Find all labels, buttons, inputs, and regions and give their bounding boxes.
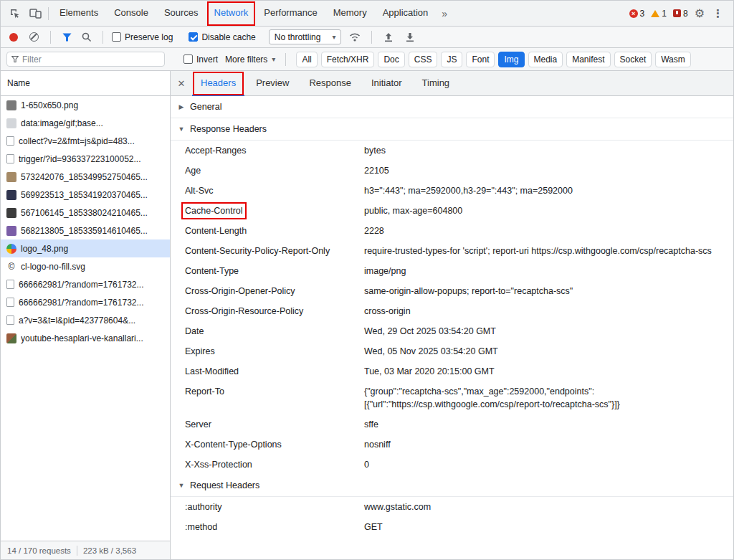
filter-right: Invert More filters ▾ AllFetch/XHRDocCSS…	[171, 52, 691, 67]
error-badge[interactable]: × 3	[629, 9, 645, 19]
response-header-row: Report-To{"group":"recaptcha-scs","max_a…	[171, 381, 733, 414]
request-name: cl-logo-no-fill.svg	[21, 262, 85, 272]
network-conditions-button[interactable]	[347, 27, 363, 47]
request-row[interactable]: ©cl-logo-no-fill.svg	[1, 257, 170, 275]
logo-image-icon	[6, 244, 16, 254]
network-content: Name 1-650x650.pngdata:image/gif;base...…	[1, 71, 733, 559]
main-tab-console[interactable]: Console	[106, 1, 156, 27]
header-value: Wed, 29 Oct 2025 03:54:20 GMT	[364, 325, 733, 338]
response-header-row: Cache-Controlpublic, max-age=604800	[171, 201, 733, 221]
request-name: a?v=3&t=l&pid=423778604&...	[19, 315, 135, 326]
header-name: :authority	[171, 500, 364, 513]
header-value: www.gstatic.com	[364, 500, 733, 513]
settings-gear-icon[interactable]: ⚙	[695, 8, 705, 19]
request-name: 1-650x650.png	[21, 100, 78, 110]
main-tab-application[interactable]: Application	[375, 1, 437, 27]
main-tab-memory[interactable]: Memory	[325, 1, 375, 27]
header-name-text: Cache-Control	[185, 206, 243, 216]
disable-cache-checkbox[interactable]: Disable cache	[189, 32, 255, 42]
request-row[interactable]: trigger/?id=936337223100052...	[1, 150, 170, 168]
header-name-text: Date	[185, 326, 204, 336]
filter-chip-all[interactable]: All	[296, 52, 317, 67]
header-name-text: Accept-Ranges	[185, 146, 246, 156]
response-header-row: Content-Security-Policy-Report-Onlyrequi…	[171, 241, 733, 261]
filter-chip-css[interactable]: CSS	[409, 52, 438, 67]
header-name: Expires	[171, 345, 364, 358]
toggle-device-toolbar-button[interactable]	[25, 4, 45, 24]
detail-tab-headers[interactable]: Headers	[192, 71, 244, 96]
filter-chip-wasm[interactable]: Wasm	[655, 52, 691, 67]
detail-tab-timing[interactable]: Timing	[414, 71, 459, 96]
request-row[interactable]: 568213805_185335914610465...	[1, 222, 170, 239]
request-row[interactable]: 666662981/?random=1761732...	[1, 275, 170, 293]
record-network-log-button[interactable]	[9, 33, 18, 42]
disable-cache-label: Disable cache	[201, 32, 255, 42]
request-row[interactable]: collect?v=2&fmt=js&pid=483...	[1, 132, 170, 150]
preserve-log-checkbox[interactable]: Preserve log	[112, 32, 173, 42]
request-row[interactable]: logo_48.png	[1, 239, 170, 257]
more-tabs-button[interactable]: »	[436, 8, 453, 19]
filter-chip-js[interactable]: JS	[441, 52, 462, 67]
more-filters-label: More filters	[225, 54, 267, 65]
export-har-button[interactable]	[402, 27, 418, 47]
header-name: Report-To	[171, 385, 364, 411]
throttling-select[interactable]: No throttling ▾	[269, 29, 342, 44]
request-row[interactable]: 666662981/?random=1761732...	[1, 293, 170, 311]
kebab-menu-icon[interactable]: ⋮	[711, 7, 725, 20]
filter-input[interactable]	[6, 52, 165, 67]
request-name: trigger/?id=936337223100052...	[19, 154, 140, 164]
filter-chip-img[interactable]: Img	[498, 52, 524, 67]
header-value: sffe	[364, 418, 733, 431]
filter-text-field[interactable]	[22, 54, 160, 65]
network-status-bar: 14 / 170 requests 223 kB / 3,563	[1, 541, 170, 559]
header-name-text: Content-Type	[185, 266, 239, 276]
name-column-header[interactable]: Name	[1, 71, 170, 96]
request-row[interactable]: 1-650x650.png	[1, 96, 170, 114]
image-thumbnail-icon	[6, 172, 16, 182]
issues-badge[interactable]: 8	[673, 9, 688, 19]
headers-content: General Response Headers Accept-Rangesby…	[171, 96, 733, 559]
request-row[interactable]: youtube-hesaplari-ve-kanallari...	[1, 329, 170, 347]
invert-checkbox[interactable]: Invert	[184, 54, 218, 65]
filter-chip-fetch-xhr[interactable]: Fetch/XHR	[321, 52, 375, 67]
header-name: Content-Security-Policy-Report-Only	[171, 245, 364, 257]
detail-tab-preview[interactable]: Preview	[247, 71, 297, 96]
main-tab-sources[interactable]: Sources	[156, 1, 206, 27]
warning-badge[interactable]: 1	[651, 9, 667, 19]
clear-network-log-button[interactable]	[29, 32, 39, 42]
filter-chip-doc[interactable]: Doc	[378, 52, 404, 67]
request-row[interactable]: a?v=3&t=l&pid=423778604&...	[1, 311, 170, 329]
divider	[50, 31, 51, 44]
more-filters-button[interactable]: More filters ▾	[225, 54, 275, 65]
section-general[interactable]: General	[171, 96, 733, 118]
filter-chip-manifest[interactable]: Manifest	[566, 52, 610, 67]
request-row[interactable]: 569923513_185341920370465...	[1, 186, 170, 204]
inspect-element-button[interactable]	[5, 4, 25, 24]
detail-tab-initiator[interactable]: Initiator	[363, 71, 411, 96]
import-har-button[interactable]	[381, 27, 396, 47]
request-row[interactable]: 567106145_185338024210465...	[1, 204, 170, 222]
main-tab-network[interactable]: Network	[206, 1, 257, 27]
section-title: Request Headers	[190, 480, 259, 490]
filter-toggle-button[interactable]	[59, 27, 74, 47]
section-request-headers[interactable]: Request Headers	[171, 475, 733, 497]
section-title: Response Headers	[190, 124, 267, 134]
request-row[interactable]: data:image/gif;base...	[1, 114, 170, 132]
detail-tab-response[interactable]: Response	[300, 71, 360, 96]
close-icon[interactable]: ✕	[171, 78, 192, 89]
section-response-headers[interactable]: Response Headers	[171, 118, 733, 141]
search-button[interactable]	[80, 27, 94, 47]
filter-chip-font[interactable]: Font	[466, 52, 495, 67]
response-header-row: Content-Length2228	[171, 221, 733, 241]
filter-chip-socket[interactable]: Socket	[614, 52, 652, 67]
filter-chip-media[interactable]: Media	[528, 52, 563, 67]
request-headers-list: :authoritywww.gstatic.com:methodGET	[171, 497, 733, 537]
header-value: Tue, 03 Mar 2020 20:15:00 GMT	[364, 365, 733, 378]
header-name: X-Content-Type-Options	[171, 438, 364, 451]
request-row[interactable]: 573242076_185349952750465...	[1, 168, 170, 186]
main-tab-elements[interactable]: Elements	[52, 1, 106, 27]
request-name: 666662981/?random=1761732...	[19, 298, 144, 308]
main-tab-performance[interactable]: Performance	[256, 1, 325, 27]
header-name-text: Alt-Svc	[185, 186, 214, 196]
chevron-down-icon: ▾	[332, 33, 335, 41]
